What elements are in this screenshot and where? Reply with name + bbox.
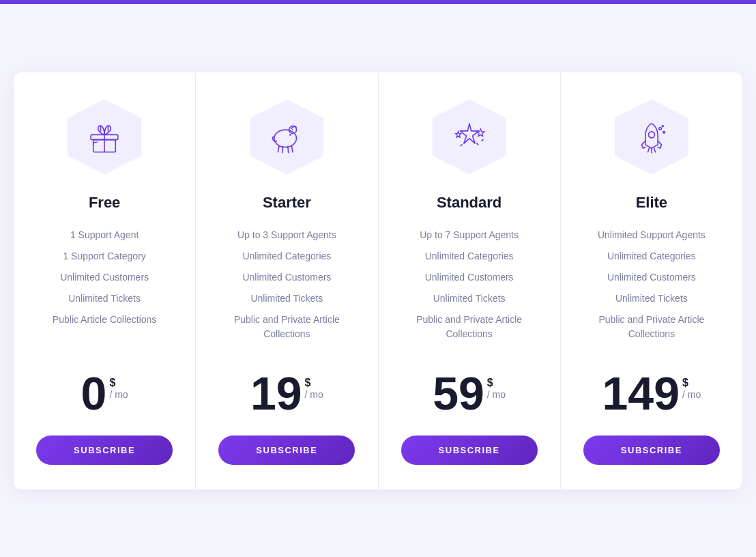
feature-item: Public and Private Article Collections [212, 313, 361, 341]
plan-price-standard: 59 $ / mo [433, 370, 506, 416]
piggy-icon-wrap [246, 100, 328, 175]
svg-point-5 [274, 130, 297, 147]
plan-card-elite: EliteUnlimited Support AgentsUnlimited C… [561, 72, 742, 489]
svg-point-23 [659, 127, 662, 130]
plan-card-standard: StandardUp to 7 Support AgentsUnlimited … [379, 72, 561, 489]
feature-item: Unlimited Customers [395, 270, 544, 285]
price-number: 19 [250, 370, 302, 416]
svg-line-20 [648, 148, 649, 152]
price-currency: $ [305, 377, 323, 389]
svg-line-10 [288, 146, 289, 152]
plan-features-standard: Up to 7 Support AgentsUnlimited Categori… [395, 228, 544, 348]
gift-icon-wrap [63, 100, 145, 175]
price-currency: $ [487, 377, 506, 389]
svg-line-16 [477, 143, 478, 145]
svg-line-17 [461, 144, 462, 145]
plan-name-standard: Standard [437, 194, 501, 212]
plan-features-starter: Up to 3 Support AgentsUnlimited Categori… [212, 228, 361, 348]
feature-item: Up to 3 Support Agents [212, 228, 361, 242]
price-meta: $ / mo [487, 370, 506, 400]
feature-item: Public and Private Article Collections [395, 313, 544, 341]
svg-line-9 [282, 146, 283, 152]
feature-item: Unlimited Categories [212, 249, 361, 263]
plan-name-elite: Elite [636, 194, 667, 212]
subscribe-button-standard[interactable]: SUBSCRIBE [401, 435, 538, 465]
plan-name-starter: Starter [263, 194, 311, 212]
svg-line-11 [292, 145, 293, 152]
svg-line-18 [482, 139, 483, 141]
feature-item: Unlimited Tickets [577, 291, 726, 306]
svg-marker-14 [476, 128, 485, 137]
svg-line-22 [654, 148, 656, 152]
feature-item: Unlimited Customers [212, 270, 361, 285]
plan-price-free: 0 $ / mo [81, 370, 128, 416]
svg-line-8 [278, 145, 280, 152]
plan-price-starter: 19 $ / mo [250, 370, 323, 416]
price-number: 0 [81, 370, 107, 416]
price-meta: $ / mo [305, 370, 323, 400]
feature-item: Unlimited Tickets [212, 291, 361, 306]
price-number: 59 [433, 370, 484, 416]
svg-point-12 [293, 129, 294, 130]
plan-features-free: 1 Support Agent1 Support CategoryUnlimit… [53, 228, 157, 348]
svg-point-24 [663, 131, 665, 133]
feature-item: Public and Private Article Collections [577, 313, 726, 341]
feature-item: Unlimited Tickets [53, 291, 157, 306]
price-period: / mo [305, 389, 323, 400]
feature-item: Public Article Collections [53, 313, 157, 327]
feature-item: Unlimited Categories [577, 249, 726, 263]
price-meta: $ / mo [109, 370, 128, 400]
svg-point-7 [289, 134, 291, 136]
price-period: / mo [487, 389, 506, 400]
svg-marker-13 [460, 124, 478, 143]
stars-icon-wrap [428, 100, 510, 175]
feature-item: 1 Support Category [53, 249, 157, 263]
svg-point-25 [662, 125, 663, 126]
price-currency: $ [109, 377, 128, 389]
price-number: 149 [602, 370, 680, 416]
plan-card-starter: StarterUp to 3 Support AgentsUnlimited C… [196, 72, 378, 489]
feature-item: Unlimited Customers [53, 270, 157, 285]
feature-item: Up to 7 Support Agents [395, 228, 544, 242]
feature-item: 1 Support Agent [53, 228, 157, 242]
svg-point-19 [648, 131, 654, 137]
feature-item: Unlimited Support Agents [577, 228, 726, 242]
plan-name-free: Free [89, 194, 120, 212]
feature-item: Unlimited Customers [577, 270, 726, 285]
plan-price-elite: 149 $ / mo [602, 370, 701, 416]
subscribe-button-starter[interactable]: SUBSCRIBE [218, 435, 355, 465]
price-period: / mo [682, 389, 701, 400]
price-meta: $ / mo [682, 370, 701, 400]
feature-item: Unlimited Tickets [395, 291, 544, 306]
plan-features-elite: Unlimited Support AgentsUnlimited Catego… [577, 228, 726, 348]
pricing-container: Free1 Support Agent1 Support CategoryUnl… [14, 72, 742, 489]
svg-marker-15 [455, 130, 461, 137]
rocket-icon-wrap [611, 100, 693, 175]
feature-item: Unlimited Categories [395, 249, 544, 263]
price-currency: $ [682, 377, 701, 389]
subscribe-button-elite[interactable]: SUBSCRIBE [583, 435, 720, 465]
price-period: / mo [109, 389, 128, 400]
subscribe-button-free[interactable]: SUBSCRIBE [36, 435, 173, 465]
plan-card-free: Free1 Support Agent1 Support CategoryUnl… [14, 72, 196, 489]
